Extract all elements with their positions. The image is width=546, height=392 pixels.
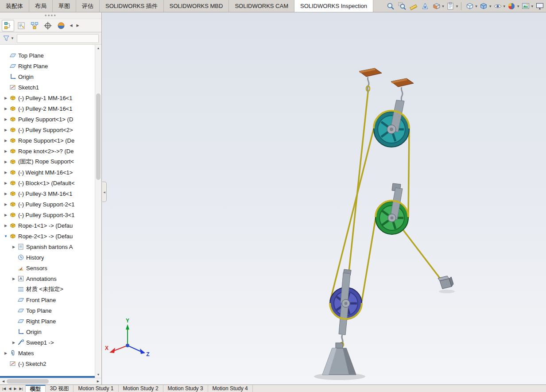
sheet-nav-next-icon[interactable]: ▶ — [12, 387, 18, 391]
mass-properties-icon[interactable] — [420, 1, 430, 11]
tree-item[interactable]: ▶(-) Pulley-3 MM-16<1 — [0, 188, 95, 199]
horizontal-scroll-track[interactable] — [7, 378, 95, 384]
ribbon-tab-6[interactable]: SOLIDWORKS CAM — [229, 0, 294, 12]
hide-show-icon[interactable] — [492, 1, 503, 11]
ribbon-tab-5[interactable]: SOLIDWORKS MBD — [164, 0, 229, 12]
expand-arrow-icon[interactable]: ▶ — [3, 160, 9, 164]
graphics-area[interactable]: Y X Z ◀ — [102, 12, 546, 384]
panel-tab-configurationmanager[interactable] — [28, 20, 41, 31]
tree-item[interactable]: Front Plane — [0, 295, 95, 305]
bottom-tab-2[interactable]: Motion Study 1 — [74, 385, 118, 392]
tree-item[interactable]: Origin — [0, 326, 95, 337]
expand-arrow-icon[interactable]: ▶ — [3, 213, 9, 217]
pulley-top[interactable] — [374, 100, 409, 147]
tree-item[interactable]: 材质 <未指定> — [0, 284, 95, 295]
expand-arrow-icon[interactable]: ▶ — [3, 128, 9, 132]
tree-item[interactable]: Sensors — [0, 263, 95, 273]
vertical-scroll-thumb[interactable] — [96, 93, 101, 180]
expand-arrow-icon[interactable]: ▶ — [3, 149, 9, 153]
tree-item[interactable]: ▶AAnnotations — [0, 273, 95, 284]
horizontal-scroll-thumb[interactable] — [7, 379, 49, 384]
tree-filter-input[interactable] — [17, 34, 99, 43]
rollback-bar[interactable] — [0, 376, 95, 378]
hide-show-dropdown-icon[interactable]: ▾ — [503, 4, 505, 8]
expand-arrow-icon[interactable]: ▶ — [3, 139, 9, 143]
tree-item[interactable]: ▶(-) Weight MM-16<1> — [0, 167, 95, 178]
weight-block[interactable] — [322, 343, 356, 375]
bottom-tab-0[interactable]: 模型 — [26, 385, 46, 392]
panel-tab-propertymanager[interactable] — [15, 20, 27, 31]
tree-item[interactable]: ▶Rope Support<1> (De — [0, 135, 95, 146]
bottom-tab-4[interactable]: Motion Study 3 — [163, 385, 208, 392]
tree-item[interactable]: ▶Pulley Support<1> (D — [0, 114, 95, 124]
apply-scene-dropdown-icon[interactable]: ▾ — [531, 4, 533, 8]
zoom-to-fit-icon[interactable] — [385, 1, 395, 11]
ribbon-tab-2[interactable]: 草图 — [53, 0, 76, 12]
expand-arrow-icon[interactable]: ▶ — [3, 181, 9, 185]
sheet-nav-first-icon[interactable]: |◀ — [1, 387, 7, 391]
clipboard-dropdown-icon[interactable]: ▾ — [456, 4, 458, 8]
panel-tab-featuremanager[interactable] — [2, 20, 14, 31]
filter-dropdown-icon[interactable]: ▼ — [11, 36, 14, 40]
tree-item[interactable]: ▶Mates — [0, 348, 95, 358]
filter-funnel-icon[interactable] — [3, 35, 10, 42]
expand-arrow-icon[interactable]: ▶ — [3, 171, 9, 175]
expand-arrow-icon[interactable]: ▶ — [11, 341, 17, 345]
expand-arrow-icon[interactable]: ▶ — [11, 245, 17, 249]
expand-arrow-icon[interactable]: ▶ — [3, 202, 9, 206]
expand-arrow-icon[interactable]: ▶ — [11, 277, 17, 281]
panel-tab-dimxpertmanager[interactable] — [42, 20, 54, 31]
tree-item[interactable]: ▶(-) Block<1> (Default< — [0, 178, 95, 188]
ribbon-tab-7[interactable]: SOLIDWORKS Inspection — [294, 0, 373, 12]
edit-appearance-icon[interactable] — [507, 1, 517, 11]
clipboard-icon[interactable] — [445, 1, 456, 11]
tree-item[interactable]: Right Plane — [0, 61, 95, 71]
tree-item[interactable]: ▶(-) Pulley-1 MM-16<1 — [0, 93, 95, 103]
apply-scene-icon[interactable] — [520, 1, 531, 11]
scroll-right-icon[interactable]: ▶ — [95, 378, 101, 384]
tree-horizontal-scrollbar[interactable]: ◀ ▶ — [0, 378, 101, 384]
sheet-nav-previous-icon[interactable]: ◀ — [7, 387, 12, 391]
bottom-tab-3[interactable]: Motion Study 2 — [119, 385, 163, 392]
edit-appearance-dropdown-icon[interactable]: ▾ — [517, 4, 519, 8]
view-orientation-dropdown-icon[interactable]: ▾ — [475, 4, 477, 8]
section-view-dropdown-icon[interactable]: ▾ — [442, 4, 444, 8]
tree-item[interactable]: ▶(-) Pulley Support<2> — [0, 124, 95, 135]
panel-grip[interactable]: ●●●● — [45, 14, 57, 17]
tree-item[interactable]: ▶Rope-1<1> -> (Defau — [0, 220, 95, 231]
tree-item[interactable]: Top Plane — [0, 50, 95, 61]
anchor-plate-left[interactable] — [359, 68, 382, 93]
ribbon-tab-4[interactable]: SOLIDWORKS 插件 — [100, 0, 164, 12]
zoom-to-area-icon[interactable] — [397, 1, 407, 11]
ribbon-tab-0[interactable]: 装配体 — [0, 0, 29, 12]
tree-item[interactable]: ▶(-) Pulley-2 MM-16<1 — [0, 103, 95, 114]
monitor-icon[interactable] — [534, 1, 545, 11]
tree-item[interactable]: ▶(-) Pulley Support-3<1 — [0, 210, 95, 220]
tree-item[interactable]: ▶Rope knot<2>->? (De — [0, 146, 95, 156]
sheet-nav-last-icon[interactable]: ▶| — [18, 387, 24, 391]
expand-arrow-icon[interactable]: ▶ — [3, 107, 9, 111]
tree-item[interactable]: ▼Rope-2<1> -> (Defau — [0, 231, 95, 241]
vertical-scroll-track[interactable] — [95, 51, 101, 371]
panel-tab-scroll-left[interactable]: ◀ — [68, 21, 74, 31]
tree-item[interactable]: ▶(固定) Rope Support< — [0, 156, 95, 167]
anchor-plate-right[interactable] — [391, 78, 414, 102]
bottom-tab-1[interactable]: 3D 视图 — [46, 385, 74, 392]
panel-collapse-tab[interactable]: ◀ — [102, 182, 107, 202]
expand-arrow-icon[interactable]: ▶ — [3, 351, 9, 355]
tree-item[interactable]: Right Plane — [0, 316, 95, 326]
tree-item[interactable]: Top Plane — [0, 305, 95, 316]
measure-icon[interactable] — [408, 1, 418, 11]
pulley-middle[interactable] — [376, 183, 408, 234]
tree-item[interactable]: History — [0, 252, 95, 263]
scroll-left-icon[interactable]: ◀ — [0, 378, 7, 384]
panel-tab-displaymanager[interactable] — [55, 20, 67, 31]
tree-item[interactable]: ▶Sweep1 -> — [0, 337, 95, 348]
tree-item[interactable]: Origin — [0, 71, 95, 82]
expand-arrow-icon[interactable]: ▶ — [3, 117, 9, 121]
display-style-icon[interactable] — [479, 1, 489, 11]
tree-vertical-scrollbar[interactable]: ▲ ▼ — [95, 45, 101, 378]
rope-end-cube[interactable] — [438, 276, 453, 289]
expand-arrow-icon[interactable]: ▶ — [3, 96, 9, 100]
collapse-arrow-icon[interactable]: ▼ — [3, 234, 9, 238]
